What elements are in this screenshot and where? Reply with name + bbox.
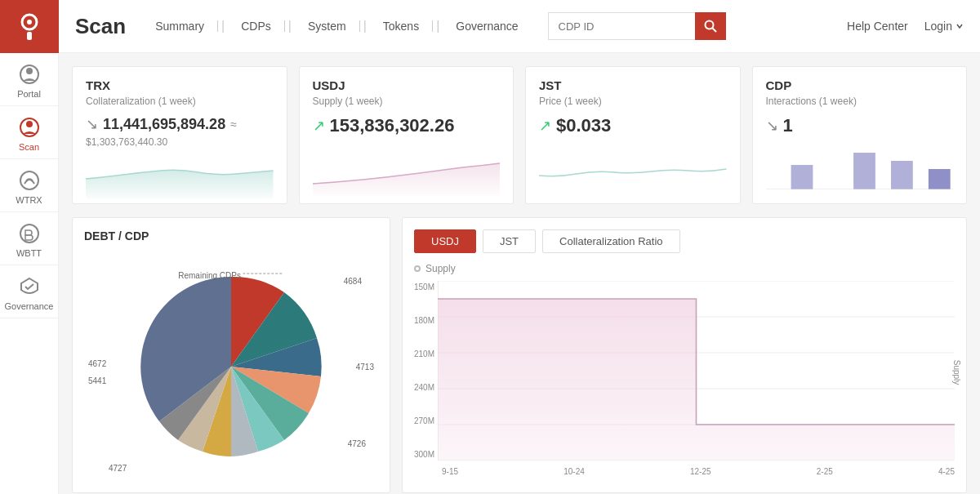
pie-label-4727: 4727 bbox=[109, 464, 127, 473]
pie-label-5441: 5441 bbox=[88, 376, 106, 385]
sidebar-item-portal[interactable]: Portal bbox=[0, 53, 58, 106]
sidebar-label-scan: Scan bbox=[19, 142, 39, 152]
tab-usdj[interactable]: USDJ bbox=[414, 229, 476, 253]
page-title: Scan bbox=[75, 14, 126, 39]
y-axis-title: Supply bbox=[952, 360, 961, 385]
y-label-2: 240M bbox=[414, 383, 434, 392]
tab-jst[interactable]: JST bbox=[483, 229, 536, 253]
card-usdj-value: 153,836,302.26 bbox=[330, 115, 455, 136]
supply-legend: Supply bbox=[414, 263, 955, 274]
card-jst-chart bbox=[539, 151, 727, 200]
debt-cdp-card: DEBT / CDP bbox=[72, 217, 390, 493]
card-usdj-value-row: ↗ 153,836,302.26 bbox=[313, 115, 501, 136]
svg-point-6 bbox=[26, 121, 33, 127]
y-label-4: 180M bbox=[414, 316, 434, 325]
pie-label-4713: 4713 bbox=[356, 363, 374, 372]
governance-icon bbox=[18, 275, 41, 298]
header-right: Help Center Login bbox=[847, 20, 964, 33]
y-label-3: 210M bbox=[414, 349, 434, 358]
sidebar-label-wbtt: WBTT bbox=[16, 248, 42, 258]
tab-collateralization[interactable]: Collateralization Ratio bbox=[542, 229, 679, 253]
top-cards: TRX Collateralization (1 week) ↘ 11,441,… bbox=[72, 66, 967, 204]
search-icon bbox=[704, 20, 717, 33]
card-usdj-chart bbox=[313, 151, 501, 200]
card-jst-trend-icon: ↗ bbox=[539, 117, 551, 135]
card-usdj-token: USDJ bbox=[313, 78, 501, 92]
card-trx-sub: $1,303,763,440.30 bbox=[86, 136, 274, 148]
svg-rect-12 bbox=[853, 153, 875, 189]
nav-links: Summary | CDPs | System | Tokens | Gover… bbox=[142, 19, 531, 33]
search-input[interactable] bbox=[548, 12, 695, 40]
y-label-1: 270M bbox=[414, 416, 434, 425]
card-cdp-value-row: ↘ 1 bbox=[766, 115, 954, 136]
nav-tokens[interactable]: Tokens bbox=[370, 20, 433, 32]
card-jst: JST Price (1 week) ↗ $0.033 bbox=[525, 66, 741, 204]
x-label-3: 2-25 bbox=[817, 467, 833, 476]
nav-governance[interactable]: Governance bbox=[443, 20, 531, 32]
card-trx-chart bbox=[86, 154, 274, 203]
svg-rect-11 bbox=[791, 165, 813, 189]
nav-system[interactable]: System bbox=[295, 20, 360, 32]
pie-label-4672: 4672 bbox=[88, 359, 106, 368]
card-jst-label: Price (1 week) bbox=[539, 96, 727, 107]
card-trx-value: 11,441,695,894.28 bbox=[103, 116, 225, 133]
card-jst-token: JST bbox=[539, 78, 727, 92]
pie-svg bbox=[125, 260, 337, 473]
card-cdp-token: CDP bbox=[766, 78, 954, 92]
card-cdp: CDP Interactions (1 week) ↘ 1 bbox=[752, 66, 968, 204]
sidebar-item-scan[interactable]: Scan bbox=[0, 106, 58, 159]
logo-icon bbox=[13, 11, 46, 43]
wbtt-icon bbox=[18, 222, 41, 245]
card-cdp-chart bbox=[766, 145, 954, 194]
sidebar-label-governance: Governance bbox=[5, 301, 54, 311]
sidebar: Portal Scan WTRX WBTT Governance bbox=[0, 0, 59, 494]
sidebar-item-wtrx[interactable]: WTRX bbox=[0, 159, 58, 212]
sidebar-item-wbtt[interactable]: WBTT bbox=[0, 212, 58, 265]
nav-summary[interactable]: Summary bbox=[142, 20, 218, 32]
card-trx-value-row: ↘ 11,441,695,894.28 ≈ bbox=[86, 115, 274, 133]
card-cdp-trend-icon: ↘ bbox=[766, 117, 778, 135]
y-label-5: 150M bbox=[414, 283, 434, 292]
y-label-0: 300M bbox=[414, 450, 434, 459]
scan-icon bbox=[18, 116, 41, 139]
x-label-2: 12-25 bbox=[690, 467, 711, 476]
search-button[interactable] bbox=[695, 12, 726, 40]
y-axis-labels: 300M 270M 240M 210M 180M 150M bbox=[414, 281, 434, 461]
supply-svg bbox=[438, 281, 955, 461]
pie-label-4684: 4684 bbox=[344, 277, 362, 286]
svg-rect-13 bbox=[891, 161, 913, 189]
card-trx-token: TRX bbox=[86, 78, 274, 92]
svg-point-4 bbox=[26, 68, 33, 74]
svg-point-9 bbox=[705, 21, 713, 29]
card-trx-label: Collateralization (1 week) bbox=[86, 96, 274, 107]
sidebar-label-wtrx: WTRX bbox=[16, 195, 42, 205]
content-area: TRX Collateralization (1 week) ↘ 11,441,… bbox=[59, 53, 980, 494]
card-trx: TRX Collateralization (1 week) ↘ 11,441,… bbox=[72, 66, 287, 204]
card-cdp-label: Interactions (1 week) bbox=[766, 96, 954, 107]
bottom-section: DEBT / CDP bbox=[72, 217, 967, 493]
wtrx-icon bbox=[18, 169, 41, 192]
card-usdj-label: Supply (1 week) bbox=[313, 96, 501, 107]
card-usdj: USDJ Supply (1 week) ↗ 153,836,302.26 bbox=[299, 66, 514, 204]
app-logo bbox=[0, 0, 59, 53]
svg-point-1 bbox=[27, 20, 32, 24]
x-axis-labels: 9-15 10-24 12-25 2-25 4-25 bbox=[414, 467, 955, 476]
sidebar-item-governance[interactable]: Governance bbox=[0, 265, 58, 318]
search-area bbox=[548, 12, 726, 40]
x-label-4: 4-25 bbox=[938, 467, 955, 476]
chevron-down-icon bbox=[956, 22, 964, 30]
chart-wrapper: 300M 270M 240M 210M 180M 150M bbox=[414, 281, 955, 464]
pie-chart: Remaining CDPs 4684 4713 4726 4727 bbox=[84, 252, 378, 481]
svg-rect-14 bbox=[928, 169, 950, 189]
supply-chart-card: USDJ JST Collateralization Ratio Supply … bbox=[402, 217, 967, 493]
card-cdp-value: 1 bbox=[783, 115, 793, 136]
login-label: Login bbox=[924, 20, 952, 33]
card-jst-value-row: ↗ $0.033 bbox=[539, 115, 727, 136]
main-content: Scan Summary | CDPs | System | Tokens | … bbox=[59, 0, 980, 494]
sidebar-label-portal: Portal bbox=[17, 89, 41, 99]
nav-cdps[interactable]: CDPs bbox=[228, 20, 285, 32]
supply-label: Supply bbox=[425, 263, 456, 274]
pie-label-4726: 4726 bbox=[348, 439, 366, 448]
login-button[interactable]: Login bbox=[924, 20, 964, 33]
help-center-link[interactable]: Help Center bbox=[847, 20, 908, 33]
